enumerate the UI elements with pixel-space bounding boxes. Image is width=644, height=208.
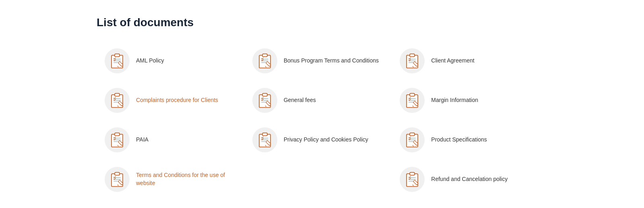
doc-icon-refund-cancelation (400, 167, 425, 192)
doc-label-complaints-procedure: Complaints procedure for Clients (136, 96, 218, 104)
svg-rect-64 (115, 173, 120, 175)
doc-icon-general-fees (252, 88, 277, 113)
svg-rect-50 (262, 133, 267, 136)
svg-rect-22 (115, 94, 120, 96)
doc-label-refund-cancelation: Refund and Cancelation policy (431, 175, 508, 183)
page-container: List of documents AML Policy (0, 0, 644, 208)
doc-icon-product-specifications (400, 127, 425, 152)
doc-item-product-specifications[interactable]: Product Specifications (392, 120, 539, 160)
doc-icon-client-agreement (400, 48, 425, 73)
doc-icon-aml-policy (105, 48, 130, 73)
doc-label-paia: PAIA (136, 136, 149, 144)
svg-rect-57 (410, 133, 415, 136)
doc-item-bonus-program[interactable]: Bonus Program Terms and Conditions (244, 41, 392, 81)
svg-rect-36 (410, 94, 415, 96)
doc-label-margin-information: Margin Information (431, 96, 478, 104)
doc-label-product-specifications: Product Specifications (431, 136, 487, 144)
doc-icon-terms-conditions (105, 167, 130, 192)
svg-rect-1 (115, 54, 120, 57)
svg-rect-71 (410, 173, 415, 175)
doc-item-paia[interactable]: PAIA (97, 120, 244, 160)
doc-item-privacy-policy[interactable]: Privacy Policy and Cookies Policy (244, 120, 392, 160)
doc-label-aml-policy: AML Policy (136, 57, 164, 65)
documents-grid: AML Policy Bonus Program Terms and Condi… (97, 41, 539, 199)
doc-icon-margin-information (400, 88, 425, 113)
doc-label-terms-conditions: Terms and Conditions for the use of webs… (136, 171, 236, 187)
doc-item-general-fees[interactable]: General fees (244, 81, 392, 120)
doc-item-complaints-procedure[interactable]: Complaints procedure for Clients (97, 81, 244, 120)
doc-icon-bonus-program (252, 48, 277, 73)
svg-rect-29 (262, 94, 267, 96)
doc-icon-privacy-policy (252, 127, 277, 152)
doc-item-placeholder (244, 160, 392, 199)
doc-icon-complaints-procedure (105, 88, 130, 113)
doc-label-bonus-program: Bonus Program Terms and Conditions (284, 57, 379, 65)
svg-rect-43 (115, 133, 120, 136)
page-title: List of documents (97, 16, 644, 29)
doc-item-margin-information[interactable]: Margin Information (392, 81, 539, 120)
doc-icon-paia (105, 127, 130, 152)
doc-item-client-agreement[interactable]: Client Agreement (392, 41, 539, 81)
svg-rect-8 (262, 54, 267, 57)
doc-item-aml-policy[interactable]: AML Policy (97, 41, 244, 81)
doc-label-general-fees: General fees (284, 96, 316, 104)
svg-rect-15 (410, 54, 415, 57)
doc-label-privacy-policy: Privacy Policy and Cookies Policy (284, 136, 368, 144)
doc-label-client-agreement: Client Agreement (431, 57, 474, 65)
doc-item-terms-conditions[interactable]: Terms and Conditions for the use of webs… (97, 160, 244, 199)
doc-item-refund-cancelation[interactable]: Refund and Cancelation policy (392, 160, 539, 199)
